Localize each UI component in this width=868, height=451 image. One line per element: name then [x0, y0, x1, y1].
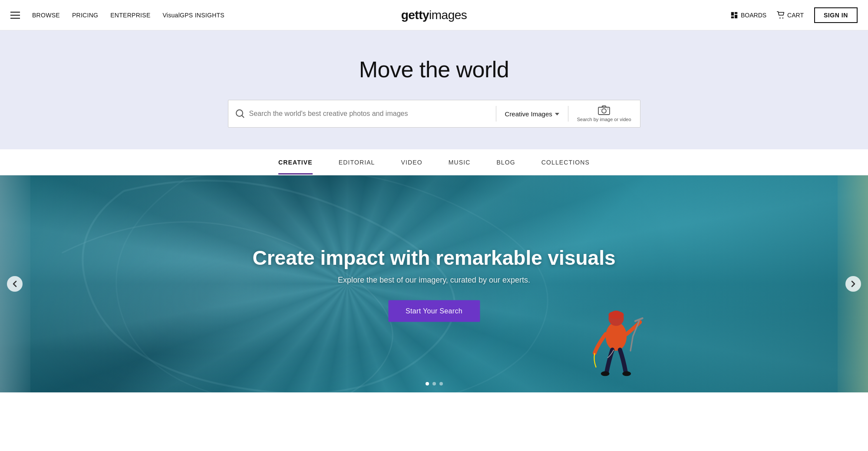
hero-carousel: Create impact with remarkable visuals Ex… [0, 175, 868, 392]
content-nav-tabs: CREATIVE EDITORIAL VIDEO MUSIC BLOG COLL… [0, 149, 868, 175]
chevron-down-icon [555, 113, 559, 115]
nav-enterprise[interactable]: ENTERPRISE [110, 12, 150, 19]
search-icon [235, 109, 245, 119]
tab-creative[interactable]: CREATIVE [278, 150, 313, 174]
site-logo[interactable]: gettyimages [401, 8, 467, 22]
search-type-label: Creative Images [505, 110, 552, 118]
svg-rect-0 [731, 12, 734, 15]
svg-rect-2 [731, 16, 734, 18]
chevron-left-icon [12, 280, 17, 287]
svg-rect-1 [735, 12, 737, 14]
search-type-dropdown[interactable]: Creative Images [496, 110, 568, 118]
svg-point-15 [601, 371, 610, 376]
svg-point-10 [601, 109, 601, 109]
boards-link[interactable]: BOARDS [730, 11, 766, 19]
carousel-prev-button[interactable] [7, 276, 23, 292]
svg-rect-7 [598, 107, 610, 115]
carousel-dot-2[interactable] [432, 382, 436, 385]
cart-link[interactable]: CART [777, 11, 804, 19]
header-right: BOARDS CART SIGN IN [730, 7, 858, 23]
carousel-title: Create impact with remarkable visuals [87, 246, 781, 270]
carousel-dots [426, 382, 443, 385]
carousel-dot-3[interactable] [439, 382, 443, 385]
sign-in-button[interactable]: SIGN IN [814, 7, 858, 23]
hero-section: Move the world Creative Images [0, 30, 868, 149]
search-by-image-label: Search by image or video [577, 116, 631, 122]
carousel-cta-button[interactable]: Start Your Search [388, 300, 480, 322]
logo-light-text: images [429, 8, 467, 22]
svg-point-16 [623, 371, 631, 376]
tab-collections[interactable]: COLLECTIONS [541, 150, 590, 174]
boards-icon [730, 11, 738, 19]
carousel-subtitle: Explore the best of our imagery, curated… [87, 276, 781, 285]
nav-pricing[interactable]: PRICING [72, 12, 98, 19]
camera-icon [598, 105, 610, 115]
search-bar: Creative Images Search by image or video [228, 100, 640, 128]
boards-label: BOARDS [741, 12, 766, 19]
hamburger-menu-icon[interactable] [10, 12, 20, 19]
header-left: BROWSE PRICING ENTERPRISE VisualGPS INSI… [10, 11, 224, 19]
chevron-right-icon [851, 280, 856, 287]
cart-icon [777, 11, 785, 19]
carousel-next-button[interactable] [845, 276, 861, 292]
main-nav: BROWSE PRICING ENTERPRISE VisualGPS INSI… [32, 11, 224, 19]
search-input-wrapper [228, 109, 496, 119]
svg-point-4 [779, 17, 780, 18]
search-by-image-button[interactable]: Search by image or video [568, 105, 640, 122]
search-input[interactable] [249, 110, 489, 118]
header: BROWSE PRICING ENTERPRISE VisualGPS INSI… [0, 0, 868, 30]
tab-video[interactable]: VIDEO [401, 150, 422, 174]
svg-point-5 [782, 17, 783, 18]
svg-point-9 [607, 109, 608, 109]
tab-editorial[interactable]: EDITORIAL [339, 150, 375, 174]
nav-browse[interactable]: BROWSE [32, 12, 60, 19]
logo-bold-text: getty [401, 8, 429, 22]
carousel-content: Create impact with remarkable visuals Ex… [87, 246, 781, 322]
cart-label: CART [787, 12, 804, 19]
svg-point-12 [606, 322, 627, 351]
tab-music[interactable]: MUSIC [449, 150, 471, 174]
nav-visualgps[interactable]: VisualGPS INSIGHTS [163, 12, 225, 19]
carousel-dot-1[interactable] [426, 382, 429, 385]
svg-rect-3 [735, 15, 737, 18]
tab-blog[interactable]: BLOG [496, 150, 515, 174]
hero-title: Move the world [9, 56, 859, 82]
svg-point-8 [602, 109, 606, 113]
